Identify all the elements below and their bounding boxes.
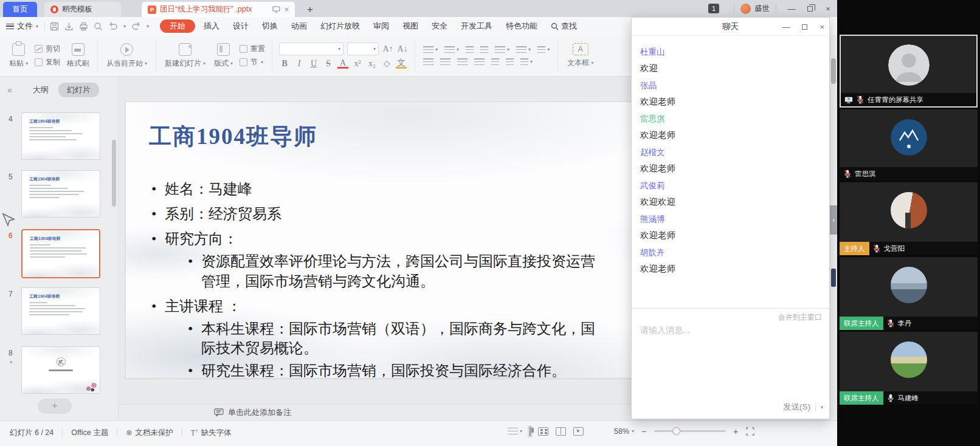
line-spacing-button[interactable]: ▾ bbox=[516, 46, 531, 53]
strikethrough-button[interactable]: S bbox=[323, 59, 334, 69]
slide-thumbnail-6-selected[interactable]: 工商1904班导师 bbox=[21, 229, 100, 278]
send-button[interactable]: 发送(S) bbox=[783, 402, 810, 413]
zoom-slider-knob[interactable] bbox=[672, 427, 680, 435]
redo-icon[interactable] bbox=[131, 22, 141, 30]
minimize-window-icon[interactable]: — bbox=[782, 4, 801, 13]
align-center-button[interactable] bbox=[440, 58, 450, 66]
phonetic-guide-button[interactable]: 文 bbox=[396, 59, 407, 69]
notification-badge[interactable]: 1 bbox=[708, 4, 719, 13]
chat-header[interactable]: 聊天 — × bbox=[632, 18, 829, 36]
decrease-font-button[interactable]: A↓ bbox=[397, 44, 408, 54]
restore-window-icon[interactable] bbox=[801, 4, 819, 13]
clear-format-button[interactable]: ◇ bbox=[381, 58, 392, 69]
editor-scrollbar[interactable]: › bbox=[829, 35, 837, 420]
chat-maximize-icon[interactable] bbox=[802, 24, 807, 30]
normal-view-button[interactable] bbox=[528, 425, 533, 437]
undo-caret-icon[interactable]: ▾ bbox=[123, 24, 126, 29]
missing-font-status[interactable]: T? 缺失字体 bbox=[182, 426, 240, 439]
increase-font-button[interactable]: A↑ bbox=[382, 44, 393, 54]
superscript-button[interactable]: x² bbox=[352, 59, 363, 69]
close-window-icon[interactable]: × bbox=[819, 4, 837, 13]
menu-tab-home[interactable]: 开始 bbox=[160, 19, 195, 33]
zoom-slider[interactable] bbox=[654, 430, 726, 432]
send-options-caret-icon[interactable]: ▾ bbox=[821, 405, 823, 410]
reset-button[interactable]: 重置 bbox=[240, 44, 265, 54]
play-on-device-icon[interactable] bbox=[272, 6, 280, 13]
align-top-button[interactable] bbox=[506, 58, 514, 66]
participant-tile[interactable]: 联席主持人 马建峰 bbox=[840, 332, 978, 405]
expand-panel-icon[interactable]: › bbox=[829, 205, 838, 235]
bullet-list-button[interactable]: ▾ bbox=[423, 46, 438, 53]
zoom-out-button[interactable]: − bbox=[641, 426, 647, 436]
add-slide-button[interactable]: + bbox=[38, 399, 72, 414]
menu-tab-transition[interactable]: 切换 bbox=[262, 21, 278, 32]
subscript-button[interactable]: x₂ bbox=[367, 59, 378, 69]
merge-to-main-window-link[interactable]: 合并到主窗口 bbox=[778, 312, 822, 323]
menu-tab-animation[interactable]: 动画 bbox=[291, 21, 307, 32]
scrollbar-thumb[interactable] bbox=[831, 58, 836, 84]
text-direction-button[interactable]: ▾ bbox=[495, 46, 509, 53]
copy-button[interactable]: 复制 bbox=[35, 58, 60, 67]
participant-tile[interactable]: 雷思淇 bbox=[840, 109, 978, 180]
participant-tile-screen-share[interactable]: 任霄霄的屏幕共享 bbox=[840, 35, 978, 108]
bold-button[interactable]: B bbox=[279, 59, 290, 69]
output-icon[interactable] bbox=[64, 22, 74, 31]
bullet-line[interactable]: 系别：经济贸易系 bbox=[149, 204, 708, 224]
search-command[interactable]: 查找 bbox=[551, 21, 577, 32]
columns-button[interactable]: ▾ bbox=[537, 46, 550, 53]
print-icon[interactable] bbox=[79, 22, 88, 31]
justify-button[interactable] bbox=[474, 58, 485, 66]
play-from-current-button[interactable]: 从当前开始▾ bbox=[102, 43, 151, 69]
chat-message-input[interactable] bbox=[639, 324, 761, 335]
align-right-button[interactable] bbox=[457, 58, 468, 66]
bullet-line[interactable]: 资源配置效率评价理论与方法，跨国公司与国际直接投资运营管理，国际市场营销与跨文化… bbox=[187, 252, 606, 290]
bullet-line[interactable]: 姓名：马建峰 bbox=[149, 179, 708, 199]
new-slide-button[interactable]: 新建幻灯片▾ bbox=[160, 43, 210, 69]
menu-tab-special-features[interactable]: 特色功能 bbox=[506, 21, 537, 32]
slide-thumbnail-8[interactable]: 贰 bbox=[21, 346, 100, 394]
cut-button[interactable]: 剪切 bbox=[35, 44, 60, 54]
protection-status[interactable]: ⊗ 文档未保护 bbox=[117, 426, 182, 439]
underline-button[interactable]: U bbox=[308, 59, 319, 69]
bullet-line[interactable]: 主讲课程 ： bbox=[149, 297, 708, 316]
thumbnail-scrollbar[interactable] bbox=[112, 140, 116, 207]
distribute-button[interactable] bbox=[491, 58, 499, 66]
slide-sorter-view-button[interactable] bbox=[538, 427, 548, 436]
file-menu-button[interactable]: 文件 ▾ bbox=[6, 21, 38, 32]
customize-toolbar-caret-icon[interactable]: ▾ bbox=[147, 24, 149, 29]
account-chip[interactable]: 盛世 bbox=[740, 4, 770, 14]
bullet-line[interactable]: 研究生课程：国际市场营销，国际投资与国际经济合作。 bbox=[187, 361, 606, 378]
new-tab-button[interactable]: + bbox=[302, 2, 318, 17]
tab-document[interactable]: P 团日“线上学习我能行” .pptx × bbox=[142, 2, 295, 17]
slide-body[interactable]: 姓名：马建峰 系别：经济贸易系 研究方向： 资源配置效率评价理论与方法，跨国公司… bbox=[149, 174, 708, 378]
align-left-button[interactable] bbox=[423, 58, 433, 66]
reading-view-button[interactable] bbox=[556, 427, 566, 436]
format-painter-button[interactable]: 格式刷 bbox=[63, 43, 93, 69]
tab-outline[interactable]: 大纲 bbox=[33, 84, 49, 95]
bullet-line[interactable]: 本科生课程：国际市场营销（双语），国际商务与跨文化，国际技术贸易概论。 bbox=[187, 319, 606, 358]
decrease-indent-button[interactable] bbox=[466, 46, 474, 53]
zoom-level[interactable]: 58%▾ bbox=[614, 427, 634, 436]
italic-button[interactable]: I bbox=[294, 59, 305, 69]
align-objects-button[interactable]: ▾ bbox=[520, 58, 533, 66]
paste-button[interactable]: 粘贴▾ bbox=[5, 43, 32, 69]
menu-tab-slideshow[interactable]: 幻灯片放映 bbox=[320, 21, 360, 32]
zoom-in-button[interactable]: + bbox=[733, 426, 739, 436]
text-box-button[interactable]: A 文本框▾ bbox=[562, 43, 598, 68]
participant-tile[interactable]: 联席主持人 李丹 bbox=[840, 257, 978, 330]
theme-indicator[interactable]: Office 主题 bbox=[63, 426, 117, 439]
chat-close-icon[interactable]: × bbox=[820, 22, 824, 32]
slide-title[interactable]: 工商1904班导师 bbox=[149, 122, 317, 152]
numbered-list-button[interactable]: ▾ bbox=[444, 46, 459, 53]
notes-toggle-button[interactable]: ▾ bbox=[508, 428, 522, 435]
menu-tab-security[interactable]: 安全 bbox=[432, 21, 447, 32]
font-name-select[interactable]: ▾ bbox=[279, 43, 343, 55]
undo-icon[interactable] bbox=[108, 22, 118, 30]
menu-tab-design[interactable]: 设计 bbox=[233, 21, 249, 32]
print-preview-icon[interactable] bbox=[94, 22, 103, 31]
slide-thumbnail-4[interactable]: 工商1904班导师 bbox=[21, 112, 100, 160]
slide-thumbnail-7[interactable]: 工商1904班导师 bbox=[21, 287, 100, 335]
menu-tab-view[interactable]: 视图 bbox=[402, 21, 418, 32]
fit-slide-icon[interactable] bbox=[746, 427, 754, 436]
chat-minimize-icon[interactable]: — bbox=[782, 22, 790, 32]
